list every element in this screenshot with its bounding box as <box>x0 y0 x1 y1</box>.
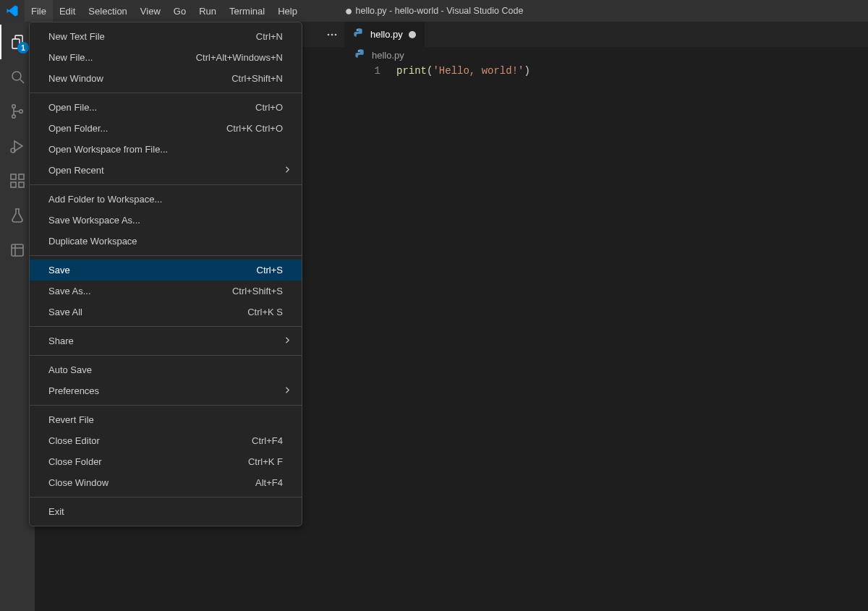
menu-item-new-window[interactable]: New WindowCtrl+Shift+N <box>30 68 302 89</box>
menu-label: Preferences <box>48 385 283 396</box>
svg-point-2 <box>12 72 21 80</box>
menu-label: New File... <box>48 52 196 63</box>
token-paren: ) <box>524 65 529 77</box>
menu-item-share[interactable]: Share <box>30 330 302 351</box>
menu-item-open-file[interactable]: Open File...Ctrl+O <box>30 97 302 118</box>
menu-label: Share <box>48 336 283 346</box>
editor-tab-hello[interactable]: hello.py <box>344 22 425 47</box>
python-file-icon <box>354 48 366 62</box>
menu-separator <box>30 93 302 93</box>
menu-separator <box>30 184 302 185</box>
menu-label: Open File... <box>48 102 255 113</box>
menu-separator <box>30 497 302 497</box>
menu-item-close-folder[interactable]: Close FolderCtrl+K F <box>30 451 302 472</box>
chevron-right-icon <box>283 336 292 346</box>
menu-shortcut: Ctrl+Alt+Windows+N <box>196 52 283 63</box>
menu-label: Open Folder... <box>48 123 226 134</box>
svg-rect-12 <box>19 174 24 179</box>
svg-rect-9 <box>11 174 16 179</box>
chevron-right-icon <box>283 165 292 176</box>
python-file-icon <box>353 27 365 41</box>
menu-item-add-folder-to-workspace[interactable]: Add Folder to Workspace... <box>30 189 302 210</box>
svg-point-20 <box>358 50 359 51</box>
menu-item-auto-save[interactable]: Auto Save <box>30 359 302 380</box>
file-menu-dropdown: New Text FileCtrl+NNew File...Ctrl+Alt+W… <box>29 22 302 526</box>
more-actions-icon[interactable] <box>320 22 344 47</box>
menubar-item-file[interactable]: File <box>25 0 53 22</box>
menu-item-save-workspace-as[interactable]: Save Workspace As... <box>30 210 302 231</box>
menubar-item-help[interactable]: Help <box>271 0 304 22</box>
menu-item-new-file[interactable]: New File...Ctrl+Alt+Windows+N <box>30 47 302 68</box>
menu-shortcut: Ctrl+K F <box>248 456 283 467</box>
tab-dirty-icon[interactable] <box>409 31 416 38</box>
menu-label: Exit <box>48 506 283 517</box>
menu-shortcut: Ctrl+Shift+N <box>231 73 283 84</box>
svg-point-4 <box>12 105 16 108</box>
menubar-item-view[interactable]: View <box>134 0 167 22</box>
token-function: print <box>396 65 427 77</box>
menu-separator <box>30 355 302 356</box>
menu-item-close-editor[interactable]: Close EditorCtrl+F4 <box>30 430 302 451</box>
code-line-1[interactable]: print('Hello, world!') <box>396 63 530 79</box>
menu-item-new-text-file[interactable]: New Text FileCtrl+N <box>30 26 302 47</box>
menu-item-save-as[interactable]: Save As...Ctrl+Shift+S <box>30 281 302 302</box>
chevron-right-icon <box>283 385 292 396</box>
menu-label: Add Folder to Workspace... <box>48 194 283 205</box>
menu-label: Save <box>48 265 257 275</box>
menu-label: Close Window <box>48 477 255 488</box>
titlebar: FileEditSelectionViewGoRunTerminalHelp ●… <box>0 0 868 22</box>
menu-item-exit[interactable]: Exit <box>30 501 302 522</box>
menu-shortcut: Ctrl+Shift+S <box>232 286 283 296</box>
menu-label: Save Workspace As... <box>48 215 283 226</box>
menu-shortcut: Ctrl+O <box>255 102 283 113</box>
menu-item-close-window[interactable]: Close WindowAlt+F4 <box>30 472 302 493</box>
svg-rect-10 <box>11 182 16 187</box>
dirty-indicator-icon: ● <box>345 4 353 18</box>
menu-item-duplicate-workspace[interactable]: Duplicate Workspace <box>30 231 302 252</box>
menu-shortcut: Alt+F4 <box>255 477 283 488</box>
menu-label: Duplicate Workspace <box>48 236 283 247</box>
svg-point-5 <box>12 115 16 119</box>
menu-label: Revert File <box>48 414 283 425</box>
svg-point-16 <box>328 33 330 35</box>
menu-separator <box>30 326 302 327</box>
menubar-item-go[interactable]: Go <box>167 0 192 22</box>
window-title-text: hello.py - hello-world - Visual Studio C… <box>356 5 524 15</box>
breadcrumb-filename: hello.py <box>372 50 404 61</box>
menubar-item-selection[interactable]: Selection <box>82 0 133 22</box>
menu-item-open-recent[interactable]: Open Recent <box>30 160 302 181</box>
menu-label: Open Recent <box>48 165 283 176</box>
menu-label: Close Editor <box>48 435 252 446</box>
menubar-item-run[interactable]: Run <box>192 0 223 22</box>
svg-marker-7 <box>14 141 22 151</box>
menu-separator <box>30 255 302 256</box>
menu-label: New Window <box>48 73 231 84</box>
menu-item-open-folder[interactable]: Open Folder...Ctrl+K Ctrl+O <box>30 118 302 139</box>
menu-item-save-all[interactable]: Save AllCtrl+K S <box>30 302 302 322</box>
menubar-item-edit[interactable]: Edit <box>53 0 82 22</box>
menubar-item-terminal[interactable]: Terminal <box>223 0 271 22</box>
svg-point-6 <box>20 110 23 114</box>
token-string: 'Hello, world!' <box>433 65 524 77</box>
menu-item-revert-file[interactable]: Revert File <box>30 409 302 430</box>
explorer-badge: 1 <box>17 42 29 54</box>
menu-item-open-workspace-from-file[interactable]: Open Workspace from File... <box>30 139 302 160</box>
svg-rect-11 <box>19 182 24 187</box>
menu-item-preferences[interactable]: Preferences <box>30 380 302 401</box>
menu-label: Save All <box>48 307 247 317</box>
menu-label: Auto Save <box>48 364 283 375</box>
menu-shortcut: Ctrl+N <box>256 31 283 42</box>
svg-point-18 <box>335 33 337 35</box>
menu-label: Open Workspace from File... <box>48 144 283 155</box>
line-number: 1 <box>375 65 380 77</box>
menu-shortcut: Ctrl+F4 <box>252 435 283 446</box>
svg-rect-13 <box>12 244 23 256</box>
menu-separator <box>30 405 302 406</box>
menu-item-save[interactable]: SaveCtrl+S <box>30 260 302 281</box>
svg-point-17 <box>331 33 333 35</box>
svg-line-3 <box>20 80 24 83</box>
menu-label: Save As... <box>48 286 232 296</box>
tab-title: hello.py <box>370 29 403 40</box>
menu-shortcut: Ctrl+K Ctrl+O <box>226 123 283 134</box>
svg-point-19 <box>357 30 357 30</box>
